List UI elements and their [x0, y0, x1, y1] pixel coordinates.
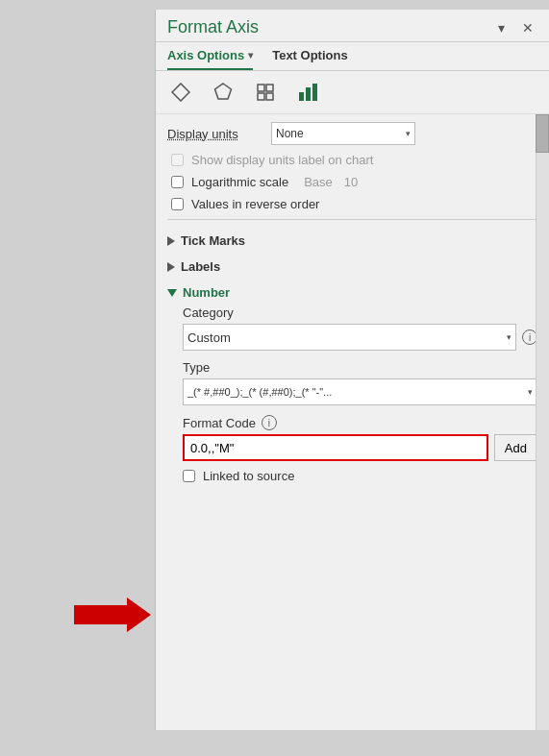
reverse-order-checkbox[interactable]: [171, 198, 184, 210]
type-value: _(* #,##0_);_(* (#,##0);_(* "-"...: [187, 386, 332, 398]
display-units-value: None: [276, 127, 304, 140]
tab-axis-options[interactable]: Axis Options ▾: [167, 48, 253, 70]
content-inner: Display units None ▾ Show display units …: [156, 114, 549, 499]
category-dropdown-arrow: ▾: [507, 332, 512, 342]
effects-icon: [213, 83, 233, 102]
log-scale-label: Logarithmic scale: [191, 175, 288, 189]
tick-marks-triangle: [167, 236, 175, 246]
type-dropdown[interactable]: _(* #,##0_);_(* (#,##0);_(* "-"... ▾: [183, 378, 537, 405]
svg-marker-1: [172, 84, 189, 101]
scrollbar-track[interactable]: [536, 114, 549, 730]
close-button[interactable]: ✕: [518, 18, 537, 37]
tick-marks-section-header[interactable]: Tick Marks: [167, 228, 537, 254]
base-label: Base: [304, 175, 333, 189]
panel-title: Format Axis: [167, 17, 259, 37]
log-scale-row: Logarithmic scale Base 10: [167, 175, 537, 189]
size-properties-icon: [256, 83, 275, 102]
svg-rect-5: [258, 93, 264, 100]
type-label: Type: [183, 360, 537, 375]
format-code-label-row: Format Code i: [183, 415, 537, 430]
fill-line-icon-button[interactable]: [167, 79, 194, 106]
labels-title: Labels: [181, 259, 220, 274]
display-units-dropdown[interactable]: None ▾: [271, 122, 415, 145]
number-title: Number: [183, 285, 230, 300]
svg-marker-0: [74, 597, 151, 632]
linked-to-source-checkbox[interactable]: [183, 470, 195, 482]
category-dropdown[interactable]: Custom ▾: [183, 324, 516, 351]
log-scale-checkbox[interactable]: [171, 176, 184, 188]
format-code-label: Format Code: [183, 416, 256, 430]
display-units-row: Display units None ▾: [167, 122, 537, 145]
minimize-button[interactable]: ▾: [494, 18, 509, 37]
format-axis-panel: Format Axis ▾ ✕ Axis Options ▾ Text Opti…: [155, 10, 549, 730]
reverse-order-row: Values in reverse order: [167, 197, 537, 211]
icons-row: [156, 71, 549, 114]
show-units-checkbox-row: Show display units label on chart: [167, 153, 537, 167]
number-triangle: [167, 289, 177, 297]
red-arrow-container: [74, 597, 151, 632]
tabs-row: Axis Options ▾ Text Options: [156, 42, 549, 71]
type-dropdown-arrow: ▾: [528, 387, 533, 397]
scrollbar-thumb[interactable]: [536, 114, 549, 153]
text-options-label: Text Options: [272, 48, 347, 62]
effects-icon-button[interactable]: [210, 79, 237, 106]
show-units-label: Show display units label on chart: [191, 153, 373, 167]
add-button[interactable]: Add: [494, 434, 537, 461]
tick-marks-title: Tick Marks: [181, 233, 245, 248]
labels-section-header[interactable]: Labels: [167, 254, 537, 280]
svg-rect-4: [266, 85, 273, 91]
category-label: Category: [183, 305, 537, 320]
fill-line-icon: [171, 83, 190, 102]
svg-marker-2: [215, 84, 232, 99]
number-section-header[interactable]: Number: [167, 280, 537, 305]
svg-rect-3: [258, 85, 264, 91]
labels-triangle: [167, 262, 175, 272]
panel-wrapper: Format Axis ▾ ✕ Axis Options ▾ Text Opti…: [74, 10, 549, 730]
axis-options-dropdown-arrow: ▾: [248, 50, 253, 61]
show-units-checkbox[interactable]: [171, 154, 184, 166]
svg-rect-7: [299, 92, 304, 101]
svg-rect-6: [266, 93, 273, 100]
format-code-info-icon[interactable]: i: [262, 415, 277, 430]
display-units-dropdown-arrow: ▾: [406, 129, 411, 138]
axis-options-icon-button[interactable]: [294, 79, 323, 106]
axis-options-label: Axis Options: [167, 48, 244, 62]
tab-text-options[interactable]: Text Options: [272, 48, 347, 70]
display-units-label: Display units: [167, 127, 263, 141]
svg-rect-8: [306, 87, 311, 101]
red-arrow-icon: [74, 597, 151, 632]
axis-options-chart-icon: [298, 83, 319, 102]
panel-header: Format Axis ▾ ✕: [156, 10, 549, 42]
category-value: Custom: [187, 330, 231, 345]
divider-1: [167, 219, 537, 220]
svg-rect-9: [312, 84, 317, 101]
panel-content: Display units None ▾ Show display units …: [156, 114, 549, 730]
reverse-order-label: Values in reverse order: [191, 197, 319, 211]
format-code-input-row: Add: [183, 434, 537, 461]
linked-to-source-row: Linked to source: [183, 469, 537, 483]
number-section-content: Category Custom ▾ i Type _(* #,##0_);_(*…: [167, 305, 537, 491]
base-value: 10: [344, 175, 358, 189]
size-properties-icon-button[interactable]: [252, 79, 279, 106]
linked-to-source-label: Linked to source: [203, 469, 294, 483]
format-code-input[interactable]: [183, 434, 488, 461]
header-controls: ▾ ✕: [494, 18, 537, 37]
